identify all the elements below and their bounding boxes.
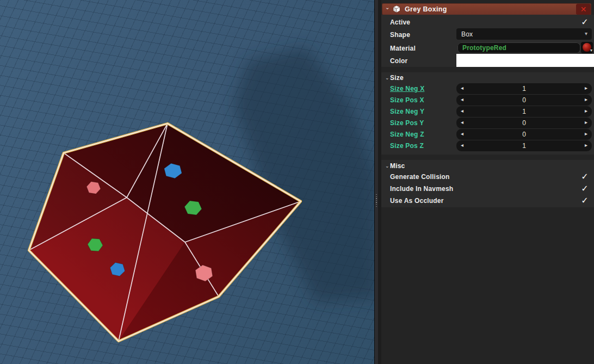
- splitter-grip-icon[interactable]: [376, 194, 377, 208]
- section-divider: [381, 67, 594, 72]
- close-icon: ✕: [580, 5, 587, 14]
- size-neg-y-value[interactable]: 1: [456, 108, 592, 115]
- component-properties: Active ✓ Shape Box ▾ Material PrototypeR…: [381, 15, 594, 207]
- color-swatch[interactable]: [456, 54, 594, 67]
- misc-section-title: Misc: [390, 162, 405, 170]
- size-neg-x-stepper[interactable]: ◂ 1 ▸: [456, 83, 592, 94]
- size-collapse-icon[interactable]: ⌄: [385, 75, 389, 81]
- include-in-navmesh-checkbox[interactable]: ✓: [579, 183, 590, 194]
- viewport-canvas[interactable]: [0, 0, 375, 364]
- viewport-3d[interactable]: [0, 0, 375, 364]
- use-as-occluder-label: Use As Occluder: [390, 197, 444, 205]
- component-title: Grey Boxing: [405, 5, 447, 13]
- inspector-panel: ⌄ Grey Boxing ✕ Active ✓ Shape Box ▾ Mat…: [381, 0, 594, 364]
- stepper-right-icon[interactable]: ▸: [585, 108, 587, 114]
- size-pos-z-stepper[interactable]: ◂ 1 ▸: [456, 140, 592, 151]
- misc-collapse-icon[interactable]: ⌄: [385, 163, 389, 169]
- size-neg-x-label[interactable]: Size Neg X: [390, 85, 424, 92]
- material-value: PrototypeRed: [462, 44, 506, 52]
- size-pos-x-value[interactable]: 0: [456, 96, 592, 104]
- stepper-right-icon[interactable]: ▸: [585, 119, 587, 125]
- size-pos-z-label[interactable]: Size Pos Z: [390, 142, 424, 150]
- component-header[interactable]: ⌄ Grey Boxing ✕: [382, 3, 591, 15]
- size-section-title: Size: [390, 74, 404, 82]
- active-label: Active: [390, 18, 410, 26]
- size-pos-y-value[interactable]: 0: [456, 119, 592, 127]
- section-divider: [381, 155, 594, 160]
- size-neg-z-stepper[interactable]: ◂ 0 ▸: [456, 129, 592, 140]
- size-neg-z-label[interactable]: Size Neg Z: [390, 131, 424, 138]
- shape-label: Shape: [390, 31, 410, 39]
- stepper-right-icon[interactable]: ▸: [585, 85, 587, 91]
- size-neg-z-value[interactable]: 0: [456, 131, 592, 138]
- material-input[interactable]: PrototypeRed: [457, 42, 580, 53]
- remove-component-button[interactable]: ✕: [576, 4, 591, 15]
- size-pos-x-stepper[interactable]: ◂ 0 ▸: [456, 95, 592, 106]
- size-neg-x-value[interactable]: 1: [456, 85, 592, 92]
- generate-collision-label: Generate Collision: [390, 173, 450, 181]
- color-label: Color: [390, 57, 407, 65]
- stepper-right-icon[interactable]: ▸: [585, 142, 587, 148]
- size-pos-x-label[interactable]: Size Pos X: [390, 96, 424, 104]
- collapse-chevron-icon[interactable]: ⌄: [385, 4, 389, 10]
- size-neg-y-stepper[interactable]: ◂ 1 ▸: [456, 106, 592, 117]
- material-picker-button[interactable]: ▾: [581, 42, 593, 53]
- stepper-right-icon[interactable]: ▸: [585, 131, 587, 137]
- stepper-right-icon[interactable]: ▸: [585, 96, 587, 102]
- shape-value: Box: [461, 30, 473, 38]
- material-label: Material: [390, 45, 416, 52]
- dropdown-chevron-icon: ▾: [585, 30, 587, 36]
- box-component-icon: [392, 5, 401, 16]
- size-pos-z-value[interactable]: 1: [456, 142, 592, 150]
- size-neg-y-label[interactable]: Size Neg Y: [390, 108, 424, 115]
- generate-collision-checkbox[interactable]: ✓: [579, 171, 590, 182]
- panel-splitter[interactable]: [374, 0, 381, 364]
- use-as-occluder-checkbox[interactable]: ✓: [579, 195, 590, 206]
- material-picker-chevron-icon: ▾: [590, 48, 592, 53]
- size-pos-y-label[interactable]: Size Pos Y: [390, 119, 424, 127]
- shape-dropdown[interactable]: Box ▾: [456, 28, 592, 40]
- size-pos-y-stepper[interactable]: ◂ 0 ▸: [456, 118, 592, 128]
- active-checkbox[interactable]: ✓: [579, 17, 590, 27]
- include-in-navmesh-label: Include In Navmesh: [390, 185, 453, 193]
